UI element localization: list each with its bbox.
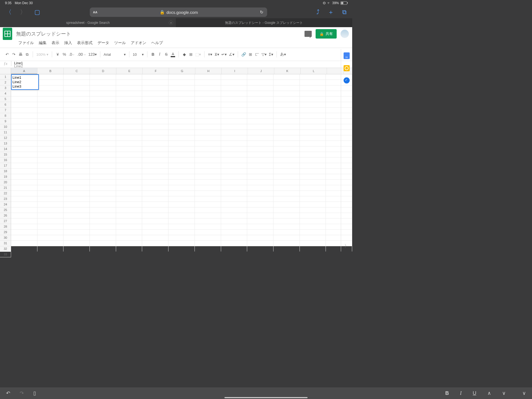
row-header[interactable]: 33: [0, 252, 11, 257]
cell[interactable]: [142, 235, 168, 240]
cell[interactable]: [116, 85, 142, 91]
cell[interactable]: [247, 202, 273, 207]
row-header[interactable]: 1: [0, 74, 11, 80]
cell[interactable]: [300, 146, 326, 152]
cell[interactable]: [63, 202, 90, 207]
cell[interactable]: [247, 196, 273, 202]
cell[interactable]: [273, 180, 300, 185]
cell[interactable]: [247, 146, 273, 152]
row-header[interactable]: 16: [0, 157, 11, 163]
column-header[interactable]: D: [90, 68, 116, 74]
cell[interactable]: [195, 135, 221, 141]
cell[interactable]: [37, 135, 64, 141]
cell[interactable]: [168, 218, 195, 224]
row-header[interactable]: 2: [0, 80, 11, 85]
cell[interactable]: [11, 207, 37, 213]
cell[interactable]: [63, 85, 90, 91]
cell[interactable]: [142, 191, 168, 196]
cell[interactable]: [116, 135, 142, 141]
cell[interactable]: [63, 130, 90, 135]
column-header[interactable]: E: [116, 68, 143, 74]
cell[interactable]: [168, 96, 195, 102]
cell[interactable]: [37, 180, 64, 185]
cell[interactable]: [37, 191, 64, 196]
cell[interactable]: [273, 235, 300, 240]
cell[interactable]: [247, 163, 273, 168]
cell[interactable]: [300, 241, 326, 246]
print-icon[interactable]: 🖶: [18, 51, 23, 57]
cell[interactable]: [90, 174, 116, 179]
cell[interactable]: [142, 96, 168, 102]
cell[interactable]: [221, 74, 247, 80]
row-header[interactable]: 31: [0, 241, 11, 246]
cell[interactable]: [11, 235, 37, 240]
cell[interactable]: [273, 218, 300, 224]
cell[interactable]: [37, 169, 64, 174]
cell[interactable]: [90, 191, 116, 196]
cell[interactable]: [221, 102, 247, 107]
row-header[interactable]: 7: [0, 108, 11, 113]
cell[interactable]: [63, 191, 90, 196]
merge-cells-icon[interactable]: ⬚▾: [195, 51, 201, 57]
cell[interactable]: [142, 146, 168, 152]
cell[interactable]: [168, 146, 195, 152]
cell[interactable]: [221, 130, 247, 135]
cell[interactable]: [273, 108, 300, 113]
cell[interactable]: [273, 146, 300, 152]
insert-chart-icon[interactable]: ⫍: [255, 51, 259, 57]
cell[interactable]: [37, 119, 64, 124]
cell[interactable]: [273, 202, 300, 207]
bookmarks-icon[interactable]: ▢: [34, 9, 40, 16]
cell[interactable]: [63, 169, 90, 174]
cell[interactable]: [37, 235, 64, 240]
cell[interactable]: [11, 124, 37, 129]
cell[interactable]: [11, 96, 37, 102]
cell[interactable]: [195, 141, 221, 146]
cell[interactable]: [195, 202, 221, 207]
cell[interactable]: [63, 157, 90, 163]
row-header[interactable]: 26: [0, 213, 11, 218]
cell[interactable]: [247, 130, 273, 135]
menu-item[interactable]: 編集: [39, 40, 47, 45]
cell[interactable]: [168, 124, 195, 129]
cell[interactable]: [300, 202, 326, 207]
cell[interactable]: [142, 163, 168, 168]
cell[interactable]: [37, 246, 64, 251]
cell[interactable]: [300, 74, 326, 80]
cell[interactable]: [63, 230, 90, 235]
cell[interactable]: [142, 180, 168, 185]
cell[interactable]: [11, 213, 37, 218]
cell[interactable]: [195, 241, 221, 246]
cell[interactable]: [273, 207, 300, 213]
cell[interactable]: [221, 207, 247, 213]
redo-icon[interactable]: ↷: [12, 51, 16, 57]
cell[interactable]: [116, 174, 142, 179]
cell[interactable]: [116, 213, 142, 218]
row-header[interactable]: 27: [0, 218, 11, 224]
cell[interactable]: [195, 108, 221, 113]
cell[interactable]: [37, 230, 64, 235]
cell[interactable]: [142, 202, 168, 207]
cell[interactable]: [247, 157, 273, 163]
cell[interactable]: [63, 119, 90, 124]
row-header[interactable]: 25: [0, 207, 11, 213]
cell[interactable]: [116, 74, 142, 80]
cell[interactable]: [195, 196, 221, 202]
row-header[interactable]: 21: [0, 185, 11, 191]
cell[interactable]: [116, 96, 142, 102]
cell[interactable]: [300, 218, 326, 224]
cell[interactable]: [300, 124, 326, 129]
avatar[interactable]: [341, 30, 349, 38]
column-header[interactable]: B: [37, 68, 64, 74]
cell[interactable]: [221, 108, 247, 113]
cell[interactable]: [90, 130, 116, 135]
cell[interactable]: [37, 85, 64, 91]
cell[interactable]: [116, 80, 142, 85]
cell[interactable]: [273, 96, 300, 102]
cell[interactable]: [63, 146, 90, 152]
cell[interactable]: [300, 102, 326, 107]
cell[interactable]: [37, 207, 64, 213]
menu-item[interactable]: アドオン: [131, 40, 146, 45]
cell[interactable]: [90, 196, 116, 202]
cell[interactable]: [221, 96, 247, 102]
